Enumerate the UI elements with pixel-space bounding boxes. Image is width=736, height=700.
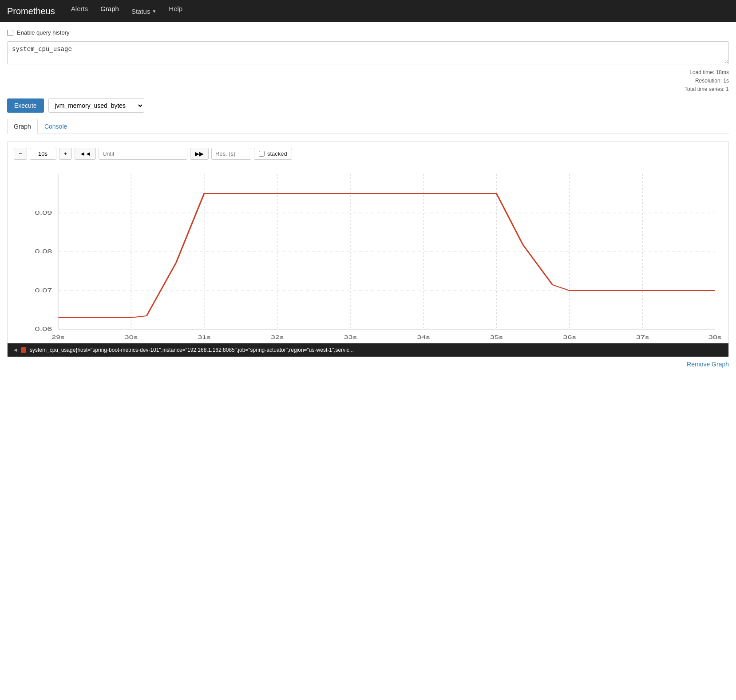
tab-console[interactable]: Console <box>38 119 74 134</box>
tabs: Graph Console <box>7 119 729 134</box>
remove-graph-row: Remove Graph <box>7 357 729 370</box>
tab-graph[interactable]: Graph <box>7 119 38 134</box>
time-forward-button[interactable]: ▶▶ <box>190 148 209 160</box>
svg-text:29s: 29s <box>51 334 64 339</box>
status-dropdown-arrow: ▼ <box>152 9 156 14</box>
range-plus-button[interactable]: + <box>59 148 72 160</box>
info-row: Load time: 18ms Resolution: 1s Total tim… <box>7 68 729 94</box>
total-series-info: Total time series: 1 <box>685 85 729 94</box>
svg-text:31s: 31s <box>198 334 210 339</box>
execute-button[interactable]: Execute <box>7 98 44 113</box>
remove-graph-link[interactable]: Remove Graph <box>687 361 729 368</box>
navbar-nav: Alerts Graph Status ▼ Help <box>66 5 188 18</box>
svg-text:34s: 34s <box>417 334 430 339</box>
time-back-button[interactable]: ◄◄ <box>75 148 96 160</box>
legend-collapse-arrow[interactable]: ◀ <box>14 347 17 352</box>
range-input[interactable] <box>30 148 56 160</box>
svg-text:32s: 32s <box>271 334 284 339</box>
navbar-brand[interactable]: Prometheus <box>7 6 55 16</box>
nav-item-alerts[interactable]: Alerts <box>66 2 93 15</box>
nav-item-status[interactable]: Status ▼ <box>126 5 162 18</box>
stacked-label[interactable]: stacked <box>254 148 292 160</box>
stacked-checkbox[interactable] <box>259 151 265 157</box>
main-content: Enable query history system_cpu_usage Lo… <box>0 22 736 377</box>
svg-text:0.08: 0.08 <box>35 248 52 254</box>
svg-text:0.09: 0.09 <box>35 210 52 216</box>
graph-controls: − + ◄◄ ▶▶ stacked <box>14 148 722 160</box>
query-input[interactable]: system_cpu_usage <box>7 41 729 64</box>
svg-text:36s: 36s <box>563 334 576 339</box>
query-history-label[interactable]: Enable query history <box>17 29 70 36</box>
svg-text:30s: 30s <box>125 334 138 339</box>
svg-text:38s: 38s <box>708 334 721 339</box>
svg-text:33s: 33s <box>344 334 356 339</box>
until-input[interactable] <box>99 148 187 160</box>
chart-svg: 0.06 0.07 0.08 0.09 29s 30s 31s 32 <box>14 165 722 342</box>
load-time-info: Load time: 18ms <box>685 68 729 77</box>
resolution-info: Resolution: 1s <box>685 77 729 85</box>
execute-row: Execute jvm_memory_used_bytes system_cpu… <box>7 98 729 113</box>
nav-item-graph[interactable]: Graph <box>95 2 124 15</box>
svg-text:0.06: 0.06 <box>35 326 52 332</box>
metric-select[interactable]: jvm_memory_used_bytes system_cpu_usage p… <box>48 98 144 113</box>
navbar: Prometheus Alerts Graph Status ▼ Help <box>0 0 736 22</box>
legend-color-box <box>21 347 26 353</box>
svg-text:35s: 35s <box>490 334 503 339</box>
nav-item-help[interactable]: Help <box>163 2 188 15</box>
legend-series-label: system_cpu_usage{host="spring-boot-metri… <box>30 347 354 353</box>
chart-line <box>58 193 715 318</box>
stacked-text: stacked <box>267 150 287 157</box>
chart-container: 0.06 0.07 0.08 0.09 29s 30s 31s 32 <box>14 165 722 343</box>
range-minus-button[interactable]: − <box>14 148 27 160</box>
query-history-row: Enable query history <box>7 29 729 36</box>
svg-text:0.07: 0.07 <box>35 287 52 293</box>
query-history-checkbox[interactable] <box>7 30 13 36</box>
svg-text:37s: 37s <box>636 334 649 339</box>
legend-bar: ◀ system_cpu_usage{host="spring-boot-met… <box>8 343 728 357</box>
graph-panel: − + ◄◄ ▶▶ stacked <box>7 141 729 357</box>
resolution-input[interactable] <box>211 148 251 160</box>
